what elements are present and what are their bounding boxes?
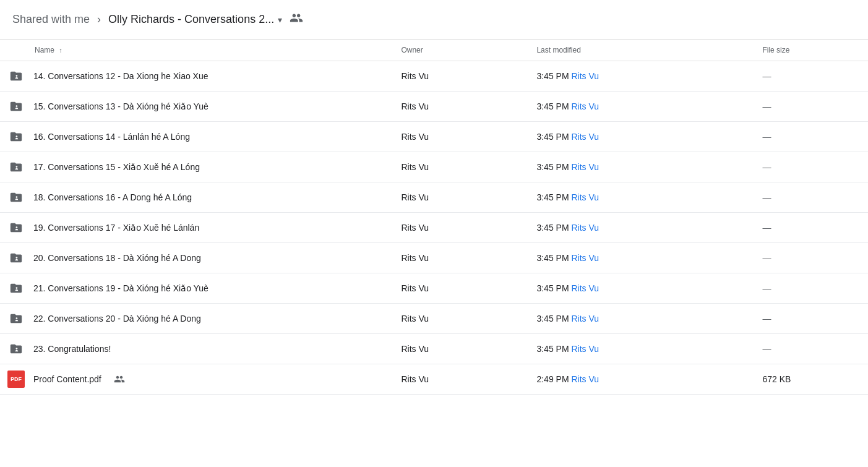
owner-cell[interactable]: Rits Vu [393, 61, 529, 92]
modified-cell: 3:45 PM Rits Vu [529, 213, 755, 243]
table-row[interactable]: PDFProof Content.pdf Rits Vu2:49 PM Rits… [0, 364, 868, 395]
column-header-last-modified[interactable]: Last modified [529, 40, 755, 61]
modified-by[interactable]: Rits Vu [571, 283, 599, 293]
table-row[interactable]: 22. Conversations 20 - Dà Xióng hé A Don… [0, 304, 868, 334]
table-row[interactable]: 15. Conversations 13 - Dà Xióng hé Xiǎo … [0, 92, 868, 122]
folder-icon [7, 128, 25, 145]
owner-cell[interactable]: Rits Vu [393, 304, 529, 334]
size-dash: — [762, 314, 771, 323]
table-row[interactable]: 23. Congratulations!Rits Vu3:45 PM Rits … [0, 334, 868, 364]
modified-time: 3:45 PM [536, 101, 571, 111]
file-name-label: 18. Conversations 16 - A Dong hé A Lóng [33, 192, 192, 202]
size-cell: — [755, 92, 868, 122]
file-name-label: 15. Conversations 13 - Dà Xióng hé Xiǎo … [33, 101, 208, 111]
table-row[interactable]: 17. Conversations 15 - Xiǎo Xuě hé A Lón… [0, 152, 868, 182]
folder-icon [7, 189, 25, 206]
owner-cell[interactable]: Rits Vu [393, 334, 529, 364]
owner-cell[interactable]: Rits Vu [393, 273, 529, 304]
table-row[interactable]: 20. Conversations 18 - Dà Xióng hé A Don… [0, 243, 868, 273]
file-name-cell: 14. Conversations 12 - Da Xiong he Xiao … [0, 61, 393, 91]
owner-cell[interactable]: Rits Vu [393, 364, 529, 395]
modified-by[interactable]: Rits Vu [571, 223, 599, 233]
column-header-name[interactable]: Name ↑ [0, 40, 393, 61]
svg-point-3 [16, 166, 18, 168]
modified-by[interactable]: Rits Vu [571, 192, 599, 202]
modified-time: 3:45 PM [536, 344, 571, 354]
file-name-label: 19. Conversations 17 - Xiǎo Xuě hé Lánlá… [33, 223, 199, 233]
modified-cell: 3:45 PM Rits Vu [529, 152, 755, 182]
file-name-cell: 23. Congratulations! [0, 334, 393, 364]
breadcrumb-dropdown-arrow[interactable]: ▾ [278, 15, 282, 25]
table-row[interactable]: 16. Conversations 14 - Lánlán hé A LóngR… [0, 122, 868, 152]
file-name-label: 22. Conversations 20 - Dà Xióng hé A Don… [33, 314, 201, 323]
owner-cell[interactable]: Rits Vu [393, 152, 529, 182]
size-cell: — [755, 61, 868, 92]
svg-point-5 [16, 226, 18, 228]
modified-by[interactable]: Rits Vu [571, 314, 599, 323]
table-row[interactable]: 14. Conversations 12 - Da Xiong he Xiao … [0, 61, 868, 92]
modified-cell: 3:45 PM Rits Vu [529, 304, 755, 334]
breadcrumb-header: Shared with me › Olly Richards - Convers… [0, 0, 868, 40]
shared-badge [114, 374, 125, 385]
column-header-owner[interactable]: Owner [393, 40, 529, 61]
owner-cell[interactable]: Rits Vu [393, 213, 529, 243]
pdf-icon: PDF [7, 371, 25, 388]
modified-by[interactable]: Rits Vu [571, 344, 599, 354]
table-row[interactable]: 21. Conversations 19 - Dà Xióng hé Xiǎo … [0, 273, 868, 304]
folder-icon [7, 219, 25, 236]
breadcrumb-shared-with-me[interactable]: Shared with me [12, 13, 90, 26]
svg-point-9 [16, 348, 18, 349]
modified-cell: 2:49 PM Rits Vu [529, 364, 755, 395]
share-people-icon[interactable] [287, 9, 306, 30]
owner-cell[interactable]: Rits Vu [393, 243, 529, 273]
modified-by[interactable]: Rits Vu [571, 253, 599, 263]
modified-time: 3:45 PM [536, 253, 571, 263]
breadcrumb-current-label[interactable]: Olly Richards - Conversations 2... [108, 13, 274, 26]
svg-point-4 [16, 196, 18, 198]
size-dash: — [762, 101, 771, 111]
modified-by[interactable]: Rits Vu [571, 162, 599, 172]
table-row[interactable]: 19. Conversations 17 - Xiǎo Xuě hé Lánlá… [0, 213, 868, 243]
size-dash: — [762, 132, 771, 142]
modified-cell: 3:45 PM Rits Vu [529, 122, 755, 152]
owner-cell[interactable]: Rits Vu [393, 182, 529, 213]
folder-icon [7, 98, 25, 115]
folder-icon [7, 310, 25, 327]
size-dash: — [762, 283, 771, 293]
modified-by[interactable]: Rits Vu [571, 71, 599, 81]
svg-point-0 [16, 75, 18, 77]
size-cell: — [755, 122, 868, 152]
file-name-cell: 21. Conversations 19 - Dà Xióng hé Xiǎo … [0, 273, 393, 303]
folder-icon [7, 67, 25, 85]
size-cell: — [755, 273, 868, 304]
modified-cell: 3:45 PM Rits Vu [529, 182, 755, 213]
size-cell: — [755, 213, 868, 243]
file-name-label: 23. Congratulations! [33, 344, 111, 354]
file-name-label: 21. Conversations 19 - Dà Xióng hé Xiǎo … [33, 283, 208, 293]
modified-by[interactable]: Rits Vu [571, 101, 599, 111]
modified-time: 3:45 PM [536, 71, 571, 81]
folder-icon [7, 280, 25, 297]
table-row[interactable]: 18. Conversations 16 - A Dong hé A LóngR… [0, 182, 868, 213]
file-name-cell: 17. Conversations 15 - Xiǎo Xuě hé A Lón… [0, 152, 393, 182]
modified-time: 3:45 PM [536, 283, 571, 293]
modified-time: 3:45 PM [536, 314, 571, 323]
modified-cell: 3:45 PM Rits Vu [529, 273, 755, 304]
modified-cell: 3:45 PM Rits Vu [529, 243, 755, 273]
modified-by[interactable]: Rits Vu [571, 132, 599, 142]
svg-point-6 [16, 257, 18, 259]
owner-cell[interactable]: Rits Vu [393, 122, 529, 152]
modified-cell: 3:45 PM Rits Vu [529, 92, 755, 122]
svg-point-7 [16, 287, 18, 289]
file-name-cell: 16. Conversations 14 - Lánlán hé A Lóng [0, 122, 393, 152]
folder-icon [7, 340, 25, 358]
breadcrumb-separator: › [97, 13, 101, 26]
column-header-file-size[interactable]: File size [755, 40, 868, 61]
modified-by[interactable]: Rits Vu [571, 374, 599, 384]
modified-cell: 3:45 PM Rits Vu [529, 334, 755, 364]
size-cell: — [755, 334, 868, 364]
modified-time: 3:45 PM [536, 223, 571, 233]
svg-point-1 [16, 105, 18, 107]
owner-cell[interactable]: Rits Vu [393, 92, 529, 122]
size-cell: — [755, 152, 868, 182]
